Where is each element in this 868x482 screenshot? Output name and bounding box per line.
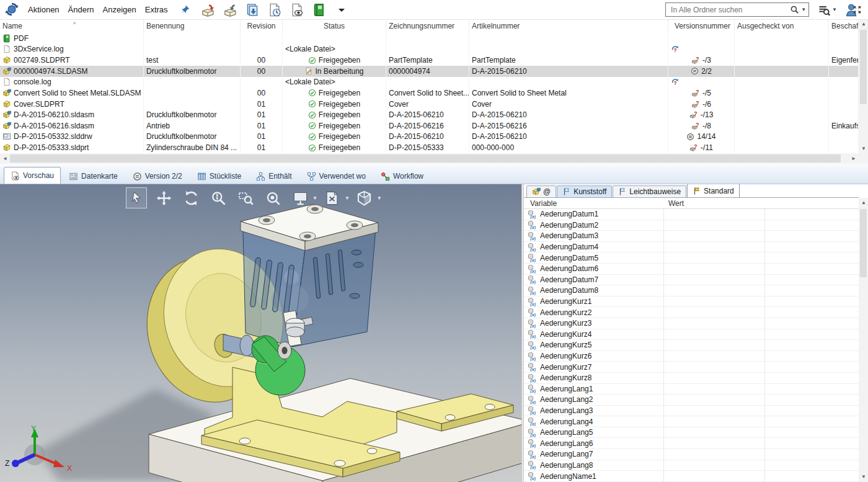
file-row[interactable]: D-A-2015-06216.sldasmAntrieb01Freigegebe… (0, 120, 859, 132)
column-header-zeichnungsnummer[interactable]: Zeichnungsnummer (386, 20, 469, 33)
zoom-fit-tool[interactable] (262, 187, 283, 208)
datacard-tab-leichtbauweise[interactable]: Leichtbauweise (613, 185, 686, 197)
column-header-beschaff[interactable]: Beschaff (829, 20, 859, 33)
variable-row[interactable]: (x)AederungDatum7 (524, 275, 859, 286)
scroll-up-icon[interactable]: ▲ (861, 22, 866, 27)
table-horizontal-scrollbar[interactable]: ◄ ► (0, 153, 859, 164)
variable-row[interactable]: (x)AederungLang8 (524, 460, 859, 471)
scroll-down-icon[interactable]: ▼ (861, 475, 866, 480)
expand-icon[interactable] (852, 5, 862, 14)
search-results-caret-icon[interactable]: ▼ (832, 7, 837, 12)
variable-row[interactable]: (x)AederungLang3 (524, 406, 859, 417)
section-view-tool[interactable] (322, 187, 343, 208)
pin-toolbar-button[interactable] (180, 4, 190, 15)
file-row[interactable]: PDF (0, 33, 859, 44)
history-button[interactable] (265, 2, 284, 18)
scroll-down-icon[interactable]: ▼ (861, 146, 866, 151)
search-input[interactable] (670, 5, 790, 15)
section-view-tool-caret-icon[interactable]: ▼ (345, 195, 350, 201)
get-latest-button[interactable] (243, 2, 262, 18)
variable-row[interactable]: (x)AederungKurz8 (524, 373, 859, 384)
file-row[interactable]: Cover.SLDPRT01FreigegebenCoverCover?-/6 (0, 99, 859, 110)
variable-row[interactable]: (x)AederungLang7 (524, 449, 859, 460)
scroll-up-icon[interactable]: ▲ (861, 200, 866, 205)
variable-row[interactable]: (x)AederungLang6 (524, 438, 859, 449)
file-row[interactable]: 3DxService.log<Lokale Datei>? (0, 44, 859, 55)
scroll-left-icon[interactable]: ◄ (2, 156, 7, 161)
scrollbar-thumb[interactable] (860, 209, 867, 277)
column-header-revision[interactable]: Revision (241, 20, 283, 33)
scrollbar-thumb[interactable] (10, 154, 841, 163)
variable-row[interactable]: (x)AederungDatum4 (524, 242, 859, 253)
variable-row[interactable]: (x)AederungKurz3 (524, 318, 859, 329)
panel-vertical-scrollbar[interactable]: ▲ ▼ (859, 198, 868, 482)
variable-row[interactable]: (x)AederungKurz4 (524, 329, 859, 341)
file-row[interactable]: Convert Solid to Sheet Metal.SLDASM00Fre… (0, 87, 859, 99)
tab-verwendet-wo[interactable]: Verwendet wo (300, 168, 373, 184)
column-header-artikelnummer[interactable]: Artikelnummer (469, 20, 668, 33)
menu-anzeigen[interactable]: Anzeigen (99, 1, 141, 19)
column-header-benennung[interactable]: Benennung (144, 20, 241, 33)
scroll-right-icon[interactable]: ► (851, 156, 856, 161)
display-style-tool[interactable] (290, 187, 311, 208)
datacard-tab-@[interactable]: @ (526, 185, 556, 197)
select-tool[interactable] (126, 187, 147, 208)
toolbar-more-button[interactable] (332, 2, 351, 18)
file-row[interactable]: D-A-2015-06210.sldasmDruckluftkolbenmoto… (0, 109, 859, 120)
view-orientation-tool[interactable] (354, 187, 375, 208)
preview-button[interactable] (288, 2, 306, 18)
variable-row[interactable]: (x)AederungKurz1 (524, 297, 859, 308)
datacard-tab-standard[interactable]: Standard (687, 184, 740, 197)
tab-workflow[interactable]: Workflow (374, 168, 430, 184)
variable-column-header[interactable]: Variable (530, 198, 557, 209)
variable-row[interactable]: (x)AederungLang4 (524, 416, 859, 427)
tab-enth-lt[interactable]: Enthält (249, 168, 298, 184)
menu-ndern[interactable]: Ändern (64, 1, 99, 19)
variable-row[interactable]: (x)AederungKurz5 (524, 340, 859, 351)
datacard-tab-kunststoff[interactable]: Kunststoff (557, 185, 612, 197)
tab-vorschau[interactable]: Vorschau (4, 167, 61, 184)
rotate-tool[interactable] (180, 187, 202, 208)
file-row[interactable]: 0000004974.SLDASMDruckluftkolbenmotor00I… (0, 66, 859, 77)
tab-datenkarte[interactable]: Datenkarte (62, 168, 125, 184)
variable-row[interactable]: (x)AederungDatum5 (524, 252, 859, 264)
variable-row[interactable]: (x)AederungDatum8 (524, 285, 859, 297)
column-header-ausgechecktvon[interactable]: Ausgecheckt von (735, 20, 829, 33)
pan-tool[interactable] (153, 187, 174, 208)
vault-button[interactable] (310, 2, 329, 18)
file-row[interactable]: 002749.SLDPRTtest00FreigegebenPartTempla… (0, 55, 859, 66)
display-style-tool-caret-icon[interactable]: ▼ (312, 195, 317, 201)
search-results-icon[interactable] (818, 4, 830, 16)
zoom-tool[interactable] (208, 187, 229, 208)
variable-row[interactable]: (x)AederungLang2 (524, 395, 859, 406)
search-icon[interactable] (790, 5, 799, 14)
variable-row[interactable]: (x)AederungDatum3 (524, 231, 859, 242)
variable-row[interactable]: (x)AederungLang5 (524, 427, 859, 439)
column-header-versionsnummer[interactable]: Versionsnummer (668, 20, 735, 33)
variable-row[interactable]: (x)AederungLang1 (524, 384, 859, 395)
column-header-name[interactable]: Name^ (0, 20, 144, 33)
file-row[interactable]: D-P-2015-05332.slddrwDruckluftkolbenmoto… (0, 132, 859, 143)
file-row[interactable]: D-P-2015-05333.sldprtZylinderschraube DI… (0, 142, 859, 153)
view-orientation-tool-caret-icon[interactable]: ▼ (377, 195, 382, 201)
variable-row[interactable]: (x)AederungName1 (524, 471, 859, 482)
variable-row[interactable]: (x)AederungKurz2 (524, 307, 859, 318)
table-vertical-scrollbar[interactable]: ▲ ▼ (859, 20, 868, 153)
column-header-status[interactable]: Status (283, 20, 386, 33)
menu-extras[interactable]: Extras (141, 1, 172, 19)
zoom-area-tool[interactable] (235, 187, 256, 208)
tab-version-2-2[interactable]: Version 2/2 (126, 168, 189, 184)
check-out-button[interactable] (198, 2, 217, 18)
menu-aktionen[interactable]: Aktionen (24, 1, 64, 19)
variable-row[interactable]: (x)AederungDatum2 (524, 220, 859, 231)
variable-row[interactable]: (x)AederungDatum1 (524, 209, 859, 220)
check-in-button[interactable] (221, 2, 239, 18)
variable-row[interactable]: (x)AederungDatum6 (524, 264, 859, 275)
preview-3d-viewport[interactable]: ▼▼▼ Y X Z (0, 184, 521, 482)
file-row[interactable]: console.log<Lokale Datei>? (0, 77, 859, 88)
tab-st-ckliste[interactable]: Stückliste (190, 168, 248, 184)
search-caret-icon[interactable]: ▼ (801, 7, 806, 12)
variable-row[interactable]: (x)AederungKurz6 (524, 351, 859, 362)
variable-row[interactable]: (x)AederungKurz7 (524, 362, 859, 373)
scrollbar-thumb[interactable] (860, 30, 867, 104)
